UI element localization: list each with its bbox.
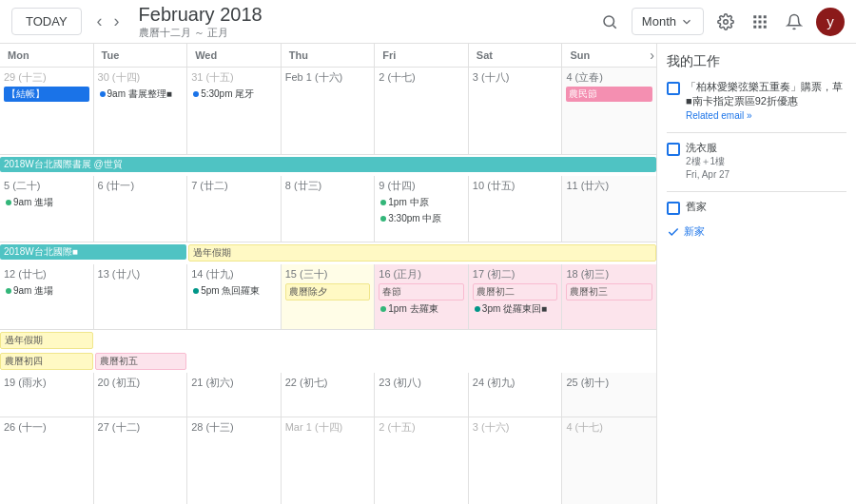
day-number: 19 (雨水) <box>4 376 89 390</box>
day-header-thu: Thu <box>282 44 376 67</box>
task-item-1: 「柏林愛樂弦樂五重奏」購票，草■南卡指定票區92折優惠 Related emai… <box>667 80 846 123</box>
task-text-1: 「柏林愛樂弦樂五重奏」購票，草■南卡指定票區92折優惠 <box>686 80 846 109</box>
notifications-button[interactable] <box>782 10 807 34</box>
day-cell-mar3[interactable]: 3 (十六) <box>469 417 563 504</box>
day-cell-feb15[interactable]: 15 (三十) 農曆除夕 <box>282 264 376 329</box>
day-cell-feb23[interactable]: 23 (初八) <box>375 373 469 417</box>
holiday-event[interactable]: 農曆除夕 <box>285 283 371 300</box>
settings-button[interactable] <box>713 10 738 34</box>
dot-icon <box>6 288 11 294</box>
header-icons: Month y <box>597 8 845 36</box>
day-cell-feb17[interactable]: 17 (初二) 農曆初二 3pm 從羅東回■ <box>469 264 563 329</box>
day-cell-feb12[interactable]: 12 (廿七) 9am 進場 <box>0 264 94 329</box>
task-link-1[interactable]: Related email » <box>686 109 846 123</box>
day-number: 16 (正月) <box>379 267 464 281</box>
holiday-event[interactable]: 農民節 <box>566 87 652 102</box>
day-cell-feb5[interactable]: 5 (二十) 9am 進場 <box>0 176 94 242</box>
event-text: 1pm 去羅東 <box>388 302 438 316</box>
span-event-lunar4[interactable]: 農曆初四 <box>0 353 93 370</box>
day-cell-jan29[interactable]: 29 (十三) 【結帳】 <box>0 68 94 154</box>
day-cell-feb11[interactable]: 11 (廿六) <box>562 176 656 242</box>
day-cell-feb7[interactable]: 7 (廿二) <box>187 176 282 242</box>
day-cell-feb27[interactable]: 27 (十二) <box>94 417 188 504</box>
day-cell-feb9[interactable]: 9 (廿四) 1pm 中原 3:30pm 中原 <box>375 176 469 242</box>
span-event-bookfair2[interactable]: 2018W台北國際■ <box>0 244 186 260</box>
event-text: 9am 書展整理■ <box>107 87 172 101</box>
span-event-holiday[interactable]: 過年假期 <box>188 244 656 262</box>
day-header-wed: Wed <box>187 44 282 67</box>
gear-icon <box>717 13 734 30</box>
holiday-event[interactable]: 春節 <box>379 283 464 300</box>
event[interactable]: 1pm 去羅東 <box>379 301 464 317</box>
holiday-event[interactable]: 農曆初二 <box>473 283 558 300</box>
task-text-4: 新家 <box>684 224 705 239</box>
today-button[interactable]: TODAY <box>11 8 82 35</box>
event[interactable]: 1pm 中原 <box>379 195 464 210</box>
holiday-event[interactable]: 農曆初三 <box>566 283 652 300</box>
avatar[interactable]: y <box>816 8 845 36</box>
day-cell-feb20[interactable]: 20 (初五) <box>94 373 188 417</box>
day-cell-feb2[interactable]: 2 (十七) <box>375 68 469 154</box>
day-cell-mar1[interactable]: Mar 1 (十四) <box>282 417 376 504</box>
day-cell-mar2[interactable]: 2 (十五) <box>375 417 469 504</box>
event[interactable]: 5:30pm 尾牙 <box>191 87 277 102</box>
panel-toggle-button[interactable]: › <box>648 44 656 67</box>
day-cell-feb19[interactable]: 19 (雨水) <box>0 373 94 417</box>
day-cell-feb4[interactable]: 4 (立春) 農民節 <box>562 68 656 154</box>
week-1: 29 (十三) 【結帳】 30 (十四) 9am 書展整理■ 31 (十五) <box>0 68 656 155</box>
event[interactable]: 【結帳】 <box>4 87 89 102</box>
weeks: 29 (十三) 【結帳】 30 (十四) 9am 書展整理■ 31 (十五) <box>0 68 656 504</box>
apps-button[interactable] <box>748 10 772 34</box>
task-checkbox-2[interactable] <box>667 143 680 156</box>
span-event-bookfair[interactable]: 2018W台北國際書展 @世貿 <box>0 157 656 172</box>
svg-point-0 <box>604 16 614 27</box>
event-text: 5:30pm 尾牙 <box>201 87 254 101</box>
event-text: 1pm 中原 <box>388 196 428 209</box>
event[interactable]: 9am 進場 <box>4 283 89 299</box>
task-content-4: 新家 <box>684 224 705 239</box>
day-cell-feb26[interactable]: 26 (十一) <box>0 417 94 504</box>
search-button[interactable] <box>597 10 622 34</box>
task-checkbox-1[interactable] <box>667 82 680 95</box>
view-selector[interactable]: Month <box>632 8 704 35</box>
svg-rect-8 <box>764 20 767 23</box>
day-cell-feb6[interactable]: 6 (廿一) <box>94 176 188 242</box>
day-number: 6 (廿一) <box>98 179 184 193</box>
day-cell-jan31[interactable]: 31 (十五) 5:30pm 尾牙 <box>187 68 282 154</box>
task-checkbox-3[interactable] <box>667 202 680 215</box>
day-number: Mar 1 (十四) <box>285 420 371 435</box>
dot-icon <box>475 306 480 312</box>
event[interactable]: 5pm 魚回羅東 <box>191 283 277 299</box>
day-cell-feb22[interactable]: 22 (初七) <box>282 373 376 417</box>
day-cell-feb8[interactable]: 8 (廿三) <box>282 176 376 242</box>
day-cell-feb13[interactable]: 13 (廿八) <box>94 264 188 329</box>
day-cell-feb1[interactable]: Feb 1 (十六) <box>282 68 376 154</box>
event[interactable]: 3pm 從羅東回■ <box>473 301 558 317</box>
day-cell-feb10[interactable]: 10 (廿五) <box>469 176 563 242</box>
day-cell-feb21[interactable]: 21 (初六) <box>187 373 282 417</box>
day-cell-feb24[interactable]: 24 (初九) <box>469 373 563 417</box>
svg-rect-11 <box>764 25 767 28</box>
next-button[interactable]: › <box>108 8 126 35</box>
day-number: Feb 1 (十六) <box>285 70 371 85</box>
day-number: 15 (三十) <box>285 267 371 281</box>
event[interactable]: 3:30pm 中原 <box>379 211 464 226</box>
span-event-holiday2[interactable]: 過年假期 <box>0 332 93 349</box>
day-cell-feb28[interactable]: 28 (十三) <box>187 417 282 504</box>
day-cell-feb18[interactable]: 18 (初三) 農曆初三 <box>562 264 656 329</box>
day-cell-feb16[interactable]: 16 (正月) 春節 1pm 去羅東 <box>375 264 469 329</box>
day-cell-mar4[interactable]: 4 (十七) <box>562 417 656 504</box>
event[interactable]: 9am 書展整理■ <box>98 87 184 102</box>
day-number: 2 (十七) <box>379 70 464 85</box>
day-cell-feb3[interactable]: 3 (十八) <box>469 68 563 154</box>
span-event-lunar5[interactable]: 農曆初五 <box>95 353 187 370</box>
day-cell-jan30[interactable]: 30 (十四) 9am 書展整理■ <box>94 68 188 154</box>
week-5-day-row: 26 (十一) 27 (十二) 28 (十三) Mar 1 (十四) 2 (十五 <box>0 417 656 504</box>
svg-rect-6 <box>753 20 756 23</box>
nav-arrows: ‹ › <box>91 8 126 35</box>
prev-button[interactable]: ‹ <box>91 8 108 35</box>
event[interactable]: 9am 進場 <box>4 195 89 210</box>
panel-title: 我的工作 <box>667 53 846 70</box>
day-cell-feb25[interactable]: 25 (初十) <box>562 373 656 417</box>
day-cell-feb14[interactable]: 14 (廿九) 5pm 魚回羅東 <box>187 264 282 329</box>
